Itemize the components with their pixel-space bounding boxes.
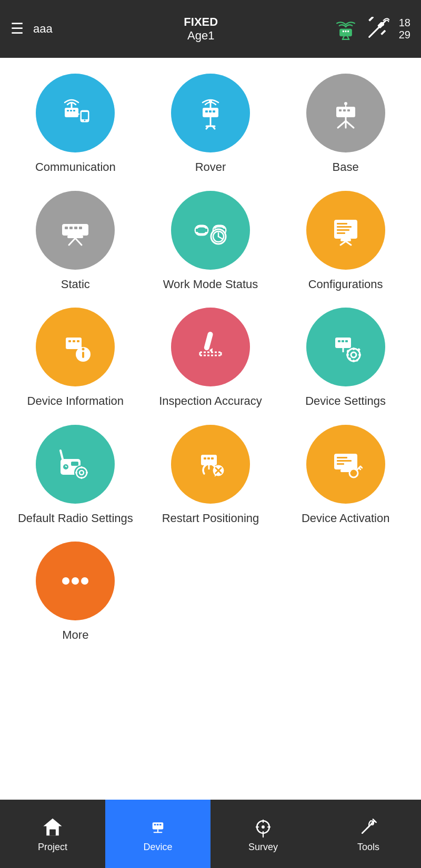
svg-rect-61	[337, 229, 349, 231]
grid-item-configurations[interactable]: Configurations	[280, 191, 410, 292]
svg-rect-118	[337, 463, 344, 465]
restart-icon	[189, 443, 232, 485]
survey-nav-icon	[252, 815, 275, 839]
grid-item-rover[interactable]: Rover	[146, 74, 276, 175]
grid-item-communication[interactable]: Communication	[11, 74, 141, 175]
svg-rect-89	[358, 354, 361, 356]
svg-rect-88	[346, 354, 349, 356]
bottom-nav: Project Device Survey	[0, 800, 421, 868]
svg-point-20	[84, 120, 86, 121]
work-mode-icon	[189, 209, 232, 251]
grid-item-radio-settings[interactable]: Default Radio Settings	[11, 425, 141, 526]
rover-label: Rover	[195, 160, 226, 175]
svg-point-72	[82, 348, 85, 351]
svg-point-124	[62, 577, 69, 585]
sat-count-bottom: 29	[399, 29, 410, 41]
radio-settings-icon-circle	[36, 425, 115, 504]
nav-survey[interactable]: Survey	[210, 800, 316, 868]
svg-rect-117	[337, 460, 352, 462]
svg-rect-33	[339, 109, 342, 111]
svg-rect-123	[340, 469, 351, 472]
grid-item-inspection[interactable]: Inspection Accuracy	[146, 308, 276, 409]
nav-survey-label: Survey	[248, 842, 278, 853]
static-label: Static	[61, 277, 90, 292]
signal-icon	[334, 17, 358, 41]
svg-point-126	[81, 577, 88, 585]
age-label: Age1	[187, 29, 214, 43]
svg-rect-32	[336, 107, 355, 117]
grid-item-work-mode[interactable]: Work Mode Status	[146, 191, 276, 292]
restart-icon-circle	[171, 425, 250, 504]
device-info-label: Device Information	[27, 394, 124, 409]
svg-rect-103	[81, 477, 83, 479]
svg-line-65	[346, 241, 351, 245]
nav-device[interactable]: Device	[105, 800, 210, 868]
base-icon	[325, 92, 367, 134]
device-nav-icon	[146, 815, 169, 839]
nav-project[interactable]: Project	[0, 800, 105, 868]
nav-tools-label: Tools	[357, 842, 379, 853]
svg-rect-60	[337, 226, 352, 228]
header-icons: 18 29	[334, 17, 410, 41]
svg-rect-34	[343, 109, 346, 111]
work-mode-label: Work Mode Status	[163, 277, 258, 292]
grid-item-restart[interactable]: Restart Positioning	[146, 425, 276, 526]
svg-rect-35	[347, 109, 350, 111]
communication-icon-circle	[36, 74, 115, 152]
grid-item-static[interactable]: Static	[11, 191, 141, 292]
svg-rect-79	[335, 338, 351, 348]
svg-point-12	[380, 22, 384, 26]
svg-rect-23	[205, 110, 208, 113]
svg-rect-81	[342, 340, 344, 342]
base-label: Base	[333, 160, 359, 175]
more-icon	[54, 560, 96, 602]
tools-nav-icon	[357, 815, 380, 839]
svg-rect-130	[154, 824, 156, 825]
static-icon-circle	[36, 191, 115, 270]
svg-rect-104	[75, 472, 77, 474]
static-icon	[54, 209, 96, 251]
grid-item-activation[interactable]: Device Activation	[280, 425, 410, 526]
rover-icon	[189, 92, 232, 134]
svg-point-125	[72, 577, 79, 585]
svg-rect-59	[337, 223, 347, 224]
grid-item-base[interactable]: Base	[280, 74, 410, 175]
menu-icon[interactable]: ☰	[11, 22, 24, 36]
svg-rect-62	[337, 232, 345, 234]
svg-rect-45	[74, 227, 77, 229]
svg-rect-132	[159, 824, 162, 825]
svg-rect-82	[345, 340, 348, 342]
nav-tools[interactable]: Tools	[316, 800, 421, 868]
activation-label: Device Activation	[302, 511, 390, 526]
svg-rect-80	[338, 340, 340, 342]
grid-item-device-info[interactable]: Device Information	[11, 308, 141, 409]
svg-rect-24	[209, 110, 212, 113]
nav-project-label: Project	[38, 842, 67, 853]
svg-line-121	[359, 468, 360, 469]
svg-point-85	[351, 352, 356, 358]
svg-rect-46	[79, 227, 82, 229]
svg-rect-108	[207, 457, 210, 459]
device-settings-label: Device Settings	[305, 394, 386, 409]
inspection-label: Inspection Accuracy	[159, 394, 262, 409]
svg-rect-129	[153, 822, 164, 829]
svg-line-48	[69, 238, 75, 245]
satellite-icon	[365, 17, 389, 41]
device-info-icon-circle	[36, 308, 115, 386]
grid-item-more[interactable]: More	[11, 542, 141, 643]
svg-rect-43	[65, 227, 68, 229]
work-mode-icon-circle	[171, 191, 250, 270]
grid-item-device-settings[interactable]: Device Settings	[280, 308, 410, 409]
svg-rect-98	[71, 462, 78, 466]
svg-rect-87	[353, 360, 355, 362]
svg-rect-69	[77, 340, 79, 342]
svg-point-40	[344, 102, 347, 105]
svg-line-38	[346, 121, 354, 128]
radio-settings-icon	[54, 443, 96, 485]
restart-label: Restart Positioning	[162, 511, 259, 526]
svg-rect-11	[380, 30, 386, 35]
svg-rect-68	[73, 340, 75, 342]
svg-line-37	[338, 121, 346, 128]
svg-rect-10	[368, 17, 374, 22]
communication-label: Communication	[35, 160, 116, 175]
